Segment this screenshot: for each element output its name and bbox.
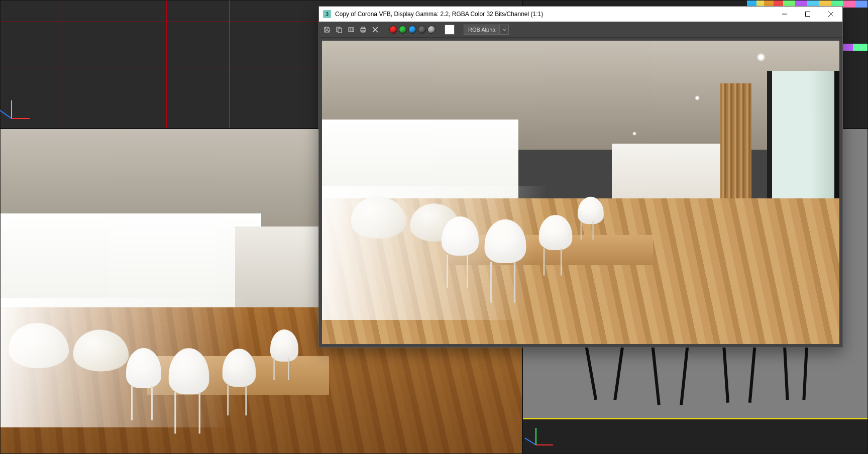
channel-select-label: RGB Alpha [468, 27, 495, 33]
print-icon [360, 26, 367, 33]
color-swatch[interactable] [445, 25, 455, 35]
corona-vfb-window[interactable]: 3 Copy of Corona VFB, Display Gamma: 2.2… [318, 6, 843, 348]
maximize-icon [805, 12, 810, 17]
svg-rect-2 [338, 28, 342, 33]
svg-rect-3 [349, 28, 354, 32]
axis-gizmo [12, 94, 37, 119]
red-channel-toggle[interactable] [389, 26, 397, 34]
print-button[interactable] [358, 25, 368, 35]
x-icon [372, 27, 378, 33]
alpha-channel-toggle[interactable] [418, 26, 426, 34]
minimize-button[interactable] [773, 7, 796, 22]
close-button[interactable] [819, 7, 842, 22]
chevron-down-icon [499, 25, 508, 34]
window-title: Copy of Corona VFB, Display Gamma: 2.2, … [335, 11, 543, 18]
minimize-icon [782, 12, 787, 17]
svg-rect-0 [806, 12, 810, 17]
blue-channel-toggle[interactable] [408, 26, 416, 34]
save-icon [323, 26, 331, 33]
close-icon [828, 12, 833, 17]
maximize-button[interactable] [796, 7, 819, 22]
titlebar[interactable]: 3 Copy of Corona VFB, Display Gamma: 2.2… [319, 7, 842, 22]
green-channel-toggle[interactable] [399, 26, 407, 34]
copy-button[interactable] [334, 25, 344, 35]
mono-channel-toggle[interactable] [427, 26, 436, 34]
copy-icon [336, 26, 343, 33]
clear-button[interactable] [370, 25, 380, 35]
app-icon: 3 [323, 10, 331, 18]
vfb-toolbar: RGB Alpha [319, 22, 842, 38]
clone-icon [348, 26, 355, 33]
svg-rect-5 [362, 27, 365, 29]
clone-button[interactable] [346, 25, 356, 35]
channel-select[interactable]: RGB Alpha [464, 25, 509, 35]
rendered-image [322, 41, 839, 344]
render-canvas[interactable] [319, 38, 842, 347]
save-button[interactable] [322, 25, 332, 35]
